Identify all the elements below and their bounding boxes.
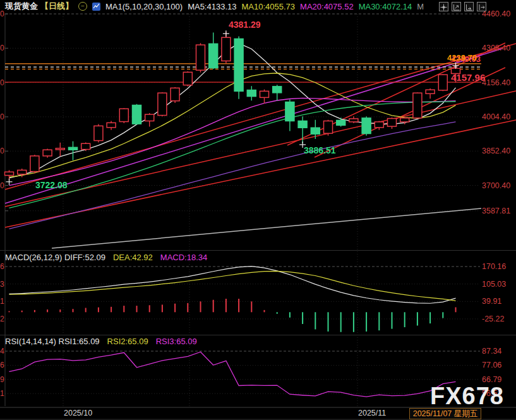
candle-body [426, 90, 435, 93]
macd-bar [187, 303, 188, 312]
main-y-axis-label: 3587.81 [482, 207, 510, 215]
macd-bar [251, 301, 252, 312]
ma5-legend: MA5:4133.13 [188, 2, 236, 11]
macd-dea-label: DEA:42.92 [113, 253, 153, 262]
macd-y-axis-label: 105.03 [482, 280, 506, 289]
left-axis [5, 14, 8, 406]
candle-body [234, 39, 243, 91]
axis-pan-icon[interactable] [464, 2, 474, 11]
nov-low-annotation: 3886.51 [304, 145, 336, 155]
candle-body [56, 148, 64, 150]
macd-bar [149, 305, 150, 312]
macd-bar [174, 304, 176, 313]
macd-bar [136, 306, 138, 312]
high-price-annotation: 4381.29 [229, 20, 261, 30]
left-axis-fragment: 3 [0, 280, 4, 289]
macd-bar [302, 312, 303, 324]
macd-dea-line [9, 271, 456, 301]
rsi2-label: RSI2:65.09 [107, 337, 148, 346]
candle-body [107, 123, 116, 128]
candle-body [43, 150, 52, 156]
left-axis-fragment: 1 [0, 297, 4, 306]
candle-body [260, 91, 269, 97]
candles [5, 32, 460, 181]
macd-bar [417, 312, 418, 325]
macd-value-label: MACD:18.34 [160, 253, 207, 262]
candle-body [349, 119, 358, 122]
main-y-axis-label: 4156.40 [482, 78, 510, 87]
candle-body [69, 147, 78, 150]
candle-body [30, 156, 39, 172]
left-axis-fragment: 2 [0, 315, 4, 323]
macd-bar [315, 312, 316, 329]
candle-body [145, 114, 154, 121]
left-axis-fragment: 0 [0, 147, 4, 155]
macd-bar [238, 299, 239, 312]
macd-bar [353, 312, 354, 332]
candle-body [298, 121, 307, 128]
oct-low-annotation: 3722.08 [35, 180, 68, 190]
macd-bar [289, 312, 291, 317]
main-y-axis-label: 3852.40 [482, 147, 510, 155]
macd-bar [442, 312, 443, 318]
macd-bar [213, 300, 214, 313]
resistance-level-annotation: 4239.70 [447, 53, 477, 63]
left-axis-fragment: 0 [0, 44, 4, 52]
candle-body [413, 93, 422, 118]
macd-bar [111, 307, 112, 312]
candle-body [18, 170, 27, 174]
candle-body [119, 109, 128, 121]
candle-body [133, 105, 141, 124]
rsi3-label: RSI3:65.09 [156, 337, 197, 346]
ma20-legend: MA20:4075.52 [300, 2, 354, 11]
left-axis-fragment: 1 [0, 389, 4, 398]
rsi-line [9, 352, 456, 397]
macd-bar [34, 310, 35, 312]
rsi-y-axis-label: 77.06 [482, 361, 501, 369]
macd-bar [162, 304, 163, 312]
macd-bar [455, 307, 457, 312]
move-icon[interactable] [439, 2, 448, 11]
macd-bar [59, 309, 61, 312]
macd-bar [392, 312, 393, 328]
candle-body [183, 72, 192, 85]
macd-diff-line [9, 267, 456, 304]
macd-bar [73, 309, 74, 312]
left-axis-fragment: 6 [0, 361, 4, 369]
ma-settings-label: MA1(5,10,20,30,100) [105, 2, 183, 11]
candle-body [400, 118, 409, 122]
rsi1-label: RSI(14,14,14) RSI1:65.09 [5, 337, 100, 346]
candle-body [285, 102, 294, 121]
macd-bar [85, 308, 87, 312]
ma10-legend: MA10:4055.73 [241, 2, 295, 11]
left-axis-fragment: 0 [0, 181, 4, 190]
chart-canvas[interactable] [0, 0, 516, 420]
macd-bar [404, 312, 405, 327]
collapse-icon[interactable]: − [78, 2, 87, 11]
chart-type-icon[interactable] [92, 3, 100, 11]
candle-body [438, 75, 447, 90]
pan-right-icon[interactable] [477, 2, 486, 11]
macd-bar [264, 310, 265, 312]
axis-zoom-icon[interactable] [452, 2, 461, 11]
macd-bar [429, 312, 431, 323]
time-label-oct: 2025/10 [64, 409, 92, 417]
left-axis-fragment: 4 [0, 347, 4, 356]
candle-body [375, 122, 383, 128]
macd-bar [378, 312, 380, 330]
time-label-nov: 2025/11 [358, 409, 386, 417]
left-axis-fragment: 0 [0, 78, 4, 87]
candle-body [5, 172, 14, 175]
ma100-legend-truncated: M [417, 2, 424, 11]
macd-bar [9, 311, 10, 313]
macd-y-axis-label: 39.91 [482, 297, 501, 306]
candle-body [362, 118, 371, 134]
macd-bar [98, 308, 99, 313]
macd-bar [366, 312, 367, 332]
candle-body [337, 120, 345, 125]
left-axis-fragment: 9 [0, 375, 4, 384]
ma20-line [9, 98, 456, 185]
macd-diff-label: MACD(26,12,9) DIFF:52.09 [5, 253, 105, 262]
macd-bar [200, 301, 201, 312]
support-level-annotation: 4157.96 [451, 72, 485, 83]
